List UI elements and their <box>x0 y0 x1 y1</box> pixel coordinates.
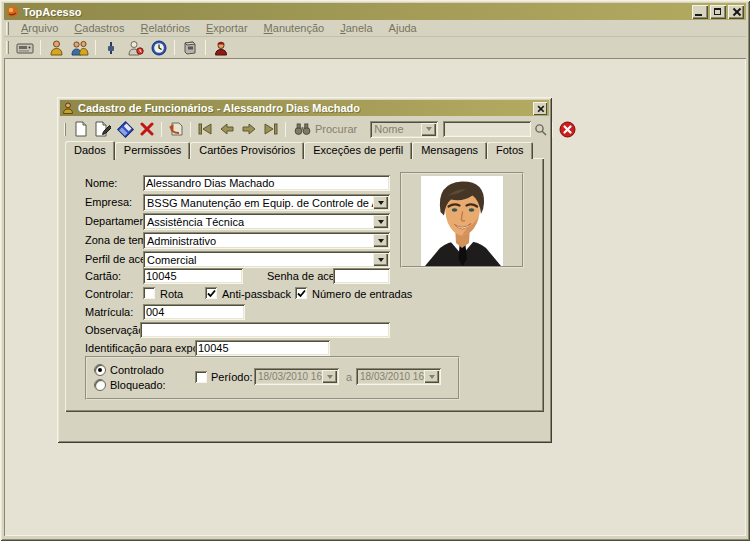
find-button[interactable]: Procurar <box>289 118 362 140</box>
exit-button[interactable] <box>556 118 578 140</box>
operator-button[interactable] <box>209 38 233 57</box>
senha-de-acesso-input[interactable] <box>333 268 390 284</box>
chevron-down-icon <box>426 127 432 131</box>
menu-arquivo[interactable]: Arquivo <box>13 20 66 36</box>
cancel-changes-button[interactable] <box>165 118 187 140</box>
toolbar-grip[interactable] <box>64 123 66 136</box>
dropdown-arrow[interactable] <box>373 215 388 228</box>
cartao-label: Cartão: <box>85 270 121 282</box>
dialog-tabs: Dados Permissões Cartões Provisórios Exc… <box>65 141 533 159</box>
bloqueado-label: Bloqueado: <box>110 379 166 391</box>
zona-de-tempo-combo[interactable]: Administrativo <box>143 232 390 249</box>
rota-label: Rota <box>160 288 183 300</box>
delete-record-button[interactable] <box>136 118 158 140</box>
edit-record-button[interactable] <box>92 118 114 140</box>
departamento-combo[interactable]: Assistência Técnica <box>143 213 390 230</box>
save-record-button[interactable] <box>114 118 136 140</box>
dropdown-arrow[interactable] <box>373 196 388 209</box>
cartao-input[interactable] <box>143 268 243 284</box>
menu-ajuda[interactable]: Ajuda <box>381 20 425 36</box>
visitors-button[interactable] <box>68 38 92 57</box>
matricula-label: Matrícula: <box>85 306 133 318</box>
user-schedule-button[interactable] <box>123 38 147 57</box>
minimize-icon <box>695 14 702 16</box>
minimize-button[interactable] <box>692 5 708 19</box>
dropdown-arrow <box>322 370 337 383</box>
perfil-de-acesso-combo[interactable]: Comercial <box>143 251 390 268</box>
exit-icon <box>559 121 576 138</box>
periodo-from-combo: 18/03/2010 16:51 <box>254 368 339 385</box>
dropdown-arrow <box>424 370 439 383</box>
tab-mensagens[interactable]: Mensagens <box>412 142 487 159</box>
menu-exportar[interactable]: Exportar <box>198 20 256 36</box>
menu-bar: Arquivo Cadastros Relatórios Exportar Ma… <box>4 20 746 37</box>
first-record-icon <box>197 123 213 135</box>
matricula-input[interactable] <box>143 304 245 320</box>
close-icon <box>732 7 741 16</box>
employee-photo <box>421 176 503 266</box>
periodo-checkbox[interactable] <box>195 371 207 383</box>
zona-de-tempo-value: Administrativo <box>143 235 373 247</box>
dialog-close-button[interactable] <box>533 102 547 115</box>
chevron-down-icon <box>429 375 435 379</box>
perfil-de-acesso-value: Comercial <box>143 254 373 266</box>
identificacao-input[interactable] <box>195 340 330 356</box>
close-button[interactable] <box>728 5 744 19</box>
dropdown-arrow[interactable] <box>373 234 388 247</box>
tab-permissoes[interactable]: Permissões <box>115 142 190 159</box>
departamento-value: Assistência Técnica <box>143 216 373 228</box>
next-record-button[interactable] <box>238 118 260 140</box>
observacao-input[interactable] <box>140 322 390 338</box>
chevron-down-icon <box>378 258 384 262</box>
employee-dialog: Cadastro de Funcionários - Alessandro Di… <box>57 97 552 443</box>
empresa-value: BSSG Manutenção em Equip. de Controle de… <box>143 197 373 209</box>
rota-checkbox[interactable] <box>143 287 155 299</box>
toolbar-grip[interactable] <box>6 41 9 54</box>
chevron-down-icon <box>378 239 384 243</box>
employee-button[interactable] <box>44 38 68 57</box>
previous-record-icon <box>220 123 234 135</box>
dialog-titlebar: Cadastro de Funcionários - Alessandro Di… <box>60 100 549 116</box>
employee-icon <box>49 40 64 56</box>
search-input[interactable] <box>443 121 531 137</box>
collector-device-icon <box>182 40 198 56</box>
collector-device-button[interactable] <box>178 38 202 57</box>
menu-relatorios[interactable]: Relatórios <box>132 20 198 36</box>
toolbar-grip[interactable] <box>6 22 9 35</box>
menu-manutencao[interactable]: Manutenção <box>256 20 333 36</box>
bloqueado-radio[interactable] <box>94 379 106 391</box>
last-record-button[interactable] <box>260 118 282 140</box>
tab-cartoes-provisorios[interactable]: Cartões Provisórios <box>190 142 304 159</box>
clock-button[interactable] <box>147 38 171 57</box>
app-title: TopAcesso <box>23 6 690 18</box>
menu-janela[interactable]: Janela <box>332 20 380 36</box>
nome-input[interactable] <box>143 175 390 191</box>
controlado-radio[interactable] <box>94 364 106 376</box>
tab-dados[interactable]: Dados <box>65 141 115 160</box>
next-record-icon <box>242 123 256 135</box>
anti-passback-checkbox[interactable] <box>205 287 217 299</box>
tab-excecoes-de-perfil[interactable]: Exceções de perfil <box>304 142 412 159</box>
toolbar-separator <box>161 122 162 137</box>
first-record-button[interactable] <box>194 118 216 140</box>
plug-icon <box>105 41 117 55</box>
app-window: TopAcesso Arquivo Cadastros Relatórios E… <box>0 0 750 541</box>
previous-record-button[interactable] <box>216 118 238 140</box>
empresa-combo[interactable]: BSSG Manutenção em Equip. de Controle de… <box>143 194 390 211</box>
close-icon <box>536 104 543 111</box>
search-button[interactable] <box>531 118 549 140</box>
numero-de-entradas-checkbox[interactable] <box>295 287 307 299</box>
operator-icon <box>213 40 229 56</box>
card-reader-button[interactable] <box>13 38 37 57</box>
chevron-down-icon <box>327 375 333 379</box>
dropdown-arrow[interactable] <box>373 253 388 266</box>
restore-button[interactable] <box>710 5 726 19</box>
menu-cadastros[interactable]: Cadastros <box>66 20 132 36</box>
new-record-button[interactable] <box>70 118 92 140</box>
dialog-icon <box>62 102 74 114</box>
dropdown-arrow[interactable] <box>421 123 436 136</box>
plug-button[interactable] <box>99 38 123 57</box>
nome-label: Nome: <box>85 177 117 189</box>
tab-fotos[interactable]: Fotos <box>487 142 533 159</box>
search-field-combo[interactable]: Nome <box>370 121 438 138</box>
